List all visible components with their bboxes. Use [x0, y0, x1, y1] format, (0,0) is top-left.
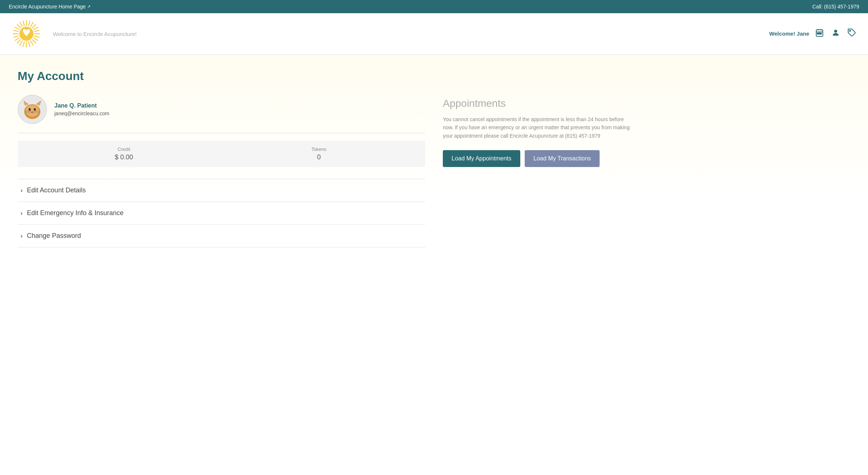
tokens-cell: Tokens 0: [221, 146, 416, 161]
svg-line-17: [14, 36, 18, 37]
accordion-label: Change Password: [27, 232, 81, 240]
profile-divider: [18, 133, 425, 133]
svg-line-46: [26, 112, 31, 113]
profile-email: janeq@encircleacu.com: [54, 110, 109, 116]
header-tagline: Welcome to Encircle Acupuncture!: [53, 31, 137, 37]
header-icons: [815, 28, 856, 39]
appointments-notice: You cannot cancel appointments if the ap…: [443, 115, 634, 140]
svg-line-5: [35, 30, 39, 32]
button-row: Load My Appointments Load My Transaction…: [443, 150, 850, 167]
accordion-label: Edit Emergency Info & Insurance: [27, 209, 123, 217]
svg-line-9: [32, 40, 36, 43]
logo-svg: [12, 19, 41, 48]
svg-rect-31: [820, 33, 821, 34]
page-title: My Account: [18, 69, 850, 83]
load-appointments-button[interactable]: Load My Appointments: [443, 150, 520, 167]
header-right: Welcome! Jane: [769, 28, 856, 39]
left-column: Jane Q. Patient janeq@encircleacu.com Cr…: [18, 95, 425, 247]
svg-point-41: [34, 108, 36, 111]
username-display: Jane: [797, 30, 809, 37]
svg-point-43: [35, 109, 36, 109]
chevron-icon: ›: [21, 233, 22, 239]
accordion: › Edit Account Details › Edit Emergency …: [18, 179, 425, 247]
appointments-title: Appointments: [443, 98, 850, 109]
svg-point-40: [29, 108, 31, 111]
svg-line-2: [30, 22, 33, 27]
tokens-label: Tokens: [221, 146, 416, 152]
profile-section: Jane Q. Patient janeq@encircleacu.com: [18, 95, 425, 124]
svg-line-4: [33, 27, 38, 30]
header-left: Welcome to Encircle Acupuncture!: [12, 19, 137, 48]
header: Welcome to Encircle Acupuncture! Welcome…: [0, 13, 868, 55]
svg-point-44: [32, 111, 33, 112]
welcome-text: Welcome! Jane: [769, 30, 809, 37]
accordion-item-change-password[interactable]: › Change Password: [18, 224, 425, 247]
svg-point-39: [26, 105, 39, 117]
svg-point-32: [834, 30, 837, 33]
chevron-icon: ›: [21, 187, 22, 194]
svg-line-1: [29, 21, 30, 26]
svg-line-16: [15, 38, 19, 40]
svg-line-3: [32, 25, 36, 28]
external-link-icon: ↗: [87, 4, 91, 9]
avatar: [18, 95, 47, 124]
svg-point-33: [850, 30, 851, 32]
content-grid: Jane Q. Patient janeq@encircleacu.com Cr…: [18, 95, 850, 247]
profile-info: Jane Q. Patient janeq@encircleacu.com: [54, 102, 109, 116]
svg-line-11: [29, 42, 30, 47]
right-column: Appointments You cannot cancel appointme…: [443, 95, 850, 247]
svg-rect-30: [819, 33, 820, 34]
profile-name: Jane Q. Patient: [54, 102, 109, 109]
cat-avatar-svg: [21, 98, 44, 121]
credit-value: $ 0.00: [26, 153, 221, 161]
svg-line-14: [20, 41, 22, 45]
svg-line-19: [14, 30, 18, 32]
top-bar: Encircle Acupuncture Home Page ↗ Call: (…: [0, 0, 868, 13]
accordion-label: Edit Account Details: [27, 186, 86, 194]
credit-cell: Credit $ 0.00: [26, 146, 221, 161]
main-content: My Account: [0, 55, 868, 475]
calendar-icon[interactable]: [815, 28, 824, 39]
svg-line-48: [34, 112, 39, 113]
svg-line-23: [23, 21, 25, 26]
svg-line-15: [17, 40, 21, 43]
accordion-item-emergency-info[interactable]: › Edit Emergency Info & Insurance: [18, 202, 425, 224]
user-icon[interactable]: [831, 28, 840, 39]
chevron-icon: ›: [21, 210, 22, 217]
svg-line-20: [15, 27, 19, 30]
svg-line-8: [33, 38, 38, 40]
svg-line-21: [17, 25, 21, 28]
accordion-item-edit-account[interactable]: › Edit Account Details: [18, 179, 425, 202]
svg-rect-29: [817, 33, 818, 34]
svg-line-13: [23, 42, 25, 47]
tag-icon[interactable]: [847, 28, 856, 39]
logo: [12, 19, 41, 48]
phone-number: Call: (615) 457-1979: [812, 4, 859, 10]
svg-line-10: [30, 41, 33, 45]
tokens-value: 0: [221, 153, 416, 161]
svg-line-22: [20, 22, 22, 27]
svg-line-7: [35, 36, 39, 37]
svg-point-42: [30, 109, 30, 109]
home-link[interactable]: Encircle Acupuncture Home Page ↗: [9, 4, 91, 10]
credit-label: Credit: [26, 146, 221, 152]
balance-table: Credit $ 0.00 Tokens 0: [18, 141, 425, 167]
load-transactions-button[interactable]: Load My Transactions: [525, 150, 600, 167]
